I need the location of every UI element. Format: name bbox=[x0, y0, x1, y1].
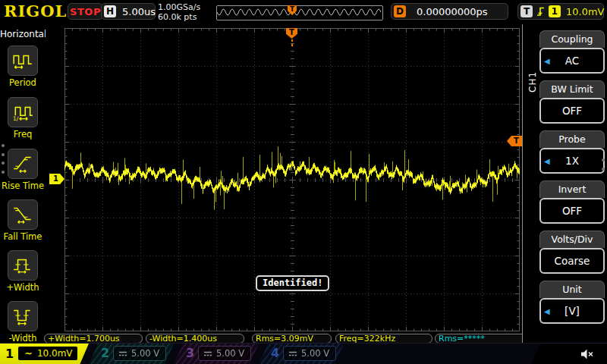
sound-status-zone bbox=[531, 344, 607, 364]
menu-item-label: Period bbox=[0, 77, 49, 88]
run-state-label: STOP bbox=[70, 6, 101, 17]
channel-scale: 5.00 V bbox=[216, 348, 244, 359]
menu-item-fall-time[interactable]: Fall Time bbox=[0, 199, 46, 248]
softkey-coupling[interactable]: Coupling ◀ AC bbox=[539, 30, 605, 74]
softkey-label: Unit bbox=[539, 281, 605, 298]
left-arrow-icon: ◀ bbox=[544, 307, 550, 315]
menu-page-dot bbox=[2, 162, 5, 165]
softkey-label: BW Limit bbox=[539, 80, 605, 98]
left-arrow-icon: ◀ bbox=[544, 157, 550, 165]
menu-item-period[interactable]: Period bbox=[0, 46, 46, 94]
softkey-label: Volts/Div bbox=[539, 231, 605, 248]
softkey-value[interactable]: ◀ OFF bbox=[539, 198, 605, 224]
softkey-value-text: OFF bbox=[562, 205, 582, 217]
menu-item-label: +Width bbox=[0, 282, 49, 293]
menu-page-dot bbox=[602, 168, 605, 171]
softkey-bw-limit[interactable]: BW Limit ◀ OFF bbox=[539, 80, 605, 124]
trigger-info-box[interactable]: T 1 10.0mV bbox=[517, 3, 604, 20]
channel-scale-box: 5.00 V bbox=[113, 346, 166, 361]
softkey-value[interactable]: ◀ [V] bbox=[539, 298, 605, 324]
menu-page-dot bbox=[2, 171, 5, 174]
trigger-level-value: 10.0mV bbox=[566, 6, 605, 17]
channel-status-bar: 1 ~ 10.0mV 2 5.00 V 3 5.00 V 4 bbox=[0, 343, 607, 364]
channel-scale: 5.00 V bbox=[301, 348, 329, 359]
channel-number: 3 bbox=[186, 346, 194, 360]
acquisition-info: 1.00GSa/s 60.0k pts bbox=[158, 2, 200, 22]
dc-coupling-icon bbox=[203, 350, 212, 357]
softkey-value-text: AC bbox=[565, 55, 579, 67]
softkey-value-text: Coarse bbox=[555, 255, 590, 267]
dc-coupling-icon bbox=[118, 350, 127, 357]
preview-waveform bbox=[217, 7, 381, 17]
horizontal-timebase-box[interactable]: H 5.00us bbox=[101, 3, 156, 20]
trigger-key-icon: T bbox=[521, 5, 533, 17]
menu-item-freq[interactable]: 1/ Freq bbox=[0, 97, 46, 146]
softkey-probe[interactable]: Probe ◀ 1X bbox=[539, 130, 605, 174]
rigol-logo: RIGOL bbox=[4, 2, 67, 20]
channel-scale-box: 5.00 V bbox=[198, 346, 251, 361]
identified-message: Identified! bbox=[256, 275, 329, 291]
menu-item-label: -Width bbox=[0, 333, 49, 344]
softkey-volts-div[interactable]: Volts/Div ◀ Coarse bbox=[539, 231, 605, 274]
scope-display-area: T 1 T Identified! bbox=[46, 24, 522, 343]
channel-3-status[interactable]: 3 5.00 V bbox=[174, 344, 259, 364]
channel-1-level-marker[interactable]: 1 bbox=[49, 174, 64, 184]
menu-channel-label: CH1 bbox=[527, 71, 538, 93]
minus-width-icon bbox=[8, 301, 38, 331]
delay-key-icon: D bbox=[394, 5, 406, 17]
speaker-muted-icon[interactable] bbox=[580, 348, 595, 360]
menu-item-plus-width[interactable]: +Width bbox=[0, 250, 46, 299]
menu-item-label: Fall Time bbox=[0, 231, 49, 242]
channel-menu-sidebar: CH1 Coupling ◀ AC BW Limit ◀ OFF Probe ◀… bbox=[522, 24, 607, 343]
horizontal-key-icon: H bbox=[104, 5, 116, 17]
measure-menu-title: Horizontal bbox=[0, 29, 46, 39]
measure-menu-sidebar: Horizontal Period 1/ Freq R bbox=[0, 24, 46, 343]
waveform-preview-strip[interactable]: T bbox=[216, 5, 383, 20]
rising-edge-icon bbox=[536, 5, 546, 17]
channel-2-status[interactable]: 2 5.00 V bbox=[89, 344, 174, 364]
softkey-unit[interactable]: Unit ◀ [V] bbox=[539, 281, 605, 324]
channel-4-status[interactable]: 4 5.00 V bbox=[259, 344, 344, 364]
softkey-value-text: [V] bbox=[565, 305, 580, 317]
channel-1-status[interactable]: 1 ~ 10.0mV bbox=[0, 344, 89, 364]
fall-time-icon bbox=[8, 199, 38, 230]
top-status-bar: RIGOL STOP H 5.00us 1.00GSa/s 60.0k pts … bbox=[0, 0, 607, 24]
softkey-value[interactable]: ◀ OFF bbox=[539, 98, 605, 124]
freq-icon: 1/ bbox=[8, 97, 38, 127]
softkey-value[interactable]: ◀ Coarse bbox=[539, 248, 605, 274]
softkey-value[interactable]: ◀ 1X bbox=[539, 148, 605, 174]
channel-scale-box: ~ 10.0mV bbox=[17, 346, 78, 361]
channel-number: 1 bbox=[5, 347, 14, 361]
menu-item-rise-time[interactable]: Rise Time bbox=[0, 149, 46, 197]
menu-item-label: Freq bbox=[0, 129, 49, 140]
softkey-value-text: 1X bbox=[565, 155, 579, 167]
period-icon bbox=[8, 46, 38, 76]
run-state-indicator[interactable]: STOP bbox=[68, 3, 103, 20]
trigger-source-badge: 1 bbox=[549, 5, 561, 17]
svg-text:1/: 1/ bbox=[13, 115, 19, 122]
sample-rate: 1.00GSa/s bbox=[158, 2, 200, 12]
softkey-invert[interactable]: Invert ◀ OFF bbox=[539, 180, 605, 224]
softkey-label: Coupling bbox=[539, 30, 605, 48]
menu-page-dot bbox=[2, 144, 5, 147]
timebase-value: 5.00us bbox=[122, 6, 156, 17]
trigger-delay-box[interactable]: D 0.00000000ps bbox=[391, 3, 508, 20]
dc-coupling-icon bbox=[288, 350, 297, 357]
channel-number: 2 bbox=[101, 346, 109, 360]
trigger-position-stem bbox=[291, 39, 293, 49]
menu-item-label: Rise Time bbox=[0, 180, 49, 191]
channel-scale-box: 5.00 V bbox=[283, 346, 336, 361]
softkey-label: Invert bbox=[539, 180, 605, 198]
ac-coupling-icon: ~ bbox=[24, 350, 33, 357]
plus-width-icon bbox=[8, 250, 38, 281]
softkey-value-text: OFF bbox=[562, 105, 582, 117]
softkey-label: Probe bbox=[539, 130, 605, 148]
memory-depth: 60.0k pts bbox=[158, 12, 200, 22]
left-arrow-icon: ◀ bbox=[544, 57, 550, 65]
delay-value: 0.00000000ps bbox=[417, 6, 488, 17]
rise-time-icon bbox=[8, 149, 38, 179]
menu-page-dot bbox=[602, 158, 605, 162]
channel-scale: 10.0mV bbox=[37, 348, 73, 359]
softkey-value[interactable]: ◀ AC bbox=[539, 48, 605, 74]
channel-scale: 5.00 V bbox=[131, 348, 159, 359]
